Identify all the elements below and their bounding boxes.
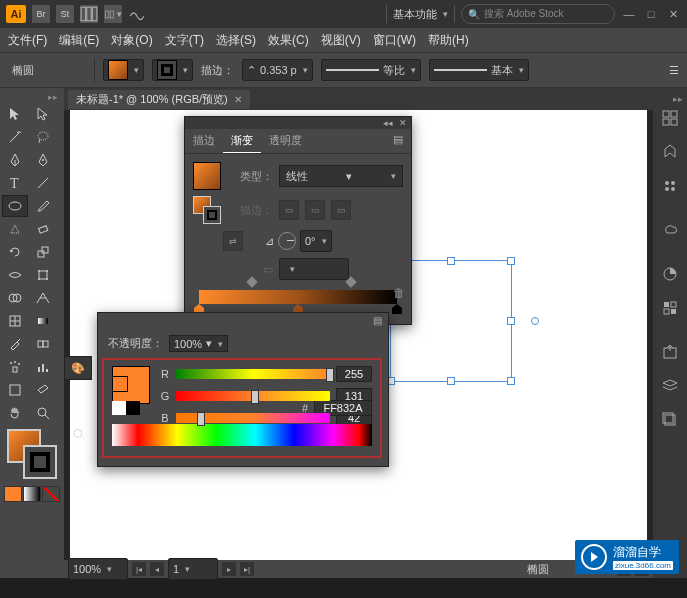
watermark-badge: 溜溜自学zixue.3d66.com	[575, 540, 679, 574]
bridge-icon[interactable]: Br	[32, 5, 50, 23]
prev-artboard-icon[interactable]: ◂	[150, 562, 164, 576]
toolbox-collapse-icon[interactable]: ▸▸	[2, 92, 62, 102]
dock-collapse-icon[interactable]: ▸▸	[673, 94, 687, 104]
search-input[interactable]: 🔍搜索 Adobe Stock	[461, 4, 615, 24]
color-panel-icon[interactable]	[656, 260, 684, 288]
menu-view[interactable]: 视图(V)	[321, 32, 361, 49]
stroke-swatch[interactable]	[152, 59, 193, 81]
menu-type[interactable]: 文字(T)	[165, 32, 204, 49]
gradient-preview-swatch[interactable]	[193, 162, 221, 190]
free-transform-tool[interactable]	[30, 264, 56, 286]
menu-file[interactable]: 文件(F)	[8, 32, 47, 49]
swatches-panel-icon[interactable]	[656, 294, 684, 322]
gradient-stop[interactable]	[392, 304, 402, 314]
slice-tool[interactable]	[30, 379, 56, 401]
shape-builder-tool[interactable]	[2, 287, 28, 309]
color-mixer-icon[interactable]: 🎨	[64, 356, 92, 380]
more-icon[interactable]: ☰	[669, 64, 679, 77]
first-artboard-icon[interactable]: |◂	[132, 562, 146, 576]
symbol-sprayer-tool[interactable]	[2, 356, 28, 378]
menu-effect[interactable]: 效果(C)	[268, 32, 309, 49]
spectrum-bar[interactable]	[112, 424, 372, 446]
close-button[interactable]: ✕	[665, 6, 681, 22]
direct-selection-tool[interactable]	[30, 103, 56, 125]
magic-wand-tool[interactable]	[2, 126, 28, 148]
line-tool[interactable]	[30, 172, 56, 194]
panel-collapse-icon[interactable]: ◂◂	[383, 118, 393, 128]
fill-swatch[interactable]	[103, 59, 144, 81]
menu-object[interactable]: 对象(O)	[111, 32, 152, 49]
maximize-button[interactable]: □	[643, 6, 659, 22]
gradient-ramp[interactable]	[199, 290, 397, 304]
vw-profile[interactable]: 等比	[321, 59, 421, 81]
color-3d-icon[interactable]: ⬡	[65, 422, 91, 444]
width-tool[interactable]	[2, 264, 28, 286]
doc-arrange-dropdown[interactable]	[104, 5, 122, 23]
reverse-gradient-icon[interactable]: ⇄	[223, 231, 243, 251]
properties-panel-icon[interactable]	[656, 104, 684, 132]
fill-stroke-swatch[interactable]	[7, 429, 57, 479]
zoom-level[interactable]: 100%	[68, 558, 128, 580]
tab-stroke[interactable]: 描边	[185, 129, 223, 153]
libraries-panel-icon[interactable]	[656, 138, 684, 166]
eraser-tool[interactable]	[30, 218, 56, 240]
gradient-tool[interactable]	[30, 310, 56, 332]
tab-gradient[interactable]: 渐变	[223, 129, 261, 153]
gradient-type-select[interactable]: 线性▾	[279, 165, 403, 187]
r-slider[interactable]	[176, 369, 330, 379]
panel-dock: ▸▸	[653, 88, 687, 578]
artboards-panel-icon[interactable]	[656, 406, 684, 434]
type-tool[interactable]: T	[2, 172, 28, 194]
menu-edit[interactable]: 编辑(E)	[59, 32, 99, 49]
workspace-switcher[interactable]: 基本功能	[386, 5, 455, 23]
angle-control[interactable]: ⊿0°	[265, 230, 332, 252]
cc-panel-icon[interactable]	[656, 216, 684, 244]
pen-tool[interactable]	[2, 149, 28, 171]
perspective-tool[interactable]	[30, 287, 56, 309]
curvature-tool[interactable]	[30, 149, 56, 171]
b-slider[interactable]	[176, 413, 330, 423]
delete-stop-icon[interactable]: 🗑	[393, 286, 405, 300]
shaper-tool[interactable]	[2, 218, 28, 240]
lasso-tool[interactable]	[30, 126, 56, 148]
panel-fill-stroke[interactable]	[193, 196, 221, 224]
rotate-tool[interactable]	[2, 241, 28, 263]
color-panel-menu-icon[interactable]: ▤	[373, 315, 382, 329]
menu-help[interactable]: 帮助(H)	[428, 32, 469, 49]
next-artboard-icon[interactable]: ▸	[222, 562, 236, 576]
artboard-nav[interactable]: 1	[168, 558, 218, 580]
selection-tool[interactable]	[2, 103, 28, 125]
layers-panel-icon[interactable]	[656, 372, 684, 400]
document-tab[interactable]: 未标题-1* @ 100% (RGB/预览)✕	[68, 90, 250, 109]
gpu-icon[interactable]	[128, 5, 146, 23]
mesh-tool[interactable]	[2, 310, 28, 332]
brushes-panel-icon[interactable]	[656, 172, 684, 200]
alt-color-swatch[interactable]	[112, 376, 128, 392]
hand-tool[interactable]	[2, 402, 28, 424]
stroke-weight[interactable]: ⌃0.353 p	[242, 59, 313, 81]
g-slider[interactable]	[176, 391, 330, 401]
export-panel-icon[interactable]	[656, 338, 684, 366]
ellipse-tool[interactable]	[2, 195, 28, 217]
graph-tool[interactable]	[30, 356, 56, 378]
eyedropper-tool[interactable]	[2, 333, 28, 355]
paintbrush-tool[interactable]	[30, 195, 56, 217]
scale-tool[interactable]	[30, 241, 56, 263]
minimize-button[interactable]: —	[621, 6, 637, 22]
brush-def[interactable]: 基本	[429, 59, 529, 81]
color-mode-buttons[interactable]	[2, 484, 62, 504]
panel-close-icon[interactable]: ✕	[399, 118, 407, 128]
panel-menu-icon[interactable]: ▤	[385, 129, 411, 153]
blend-tool[interactable]	[30, 333, 56, 355]
close-tab-icon[interactable]: ✕	[234, 94, 242, 105]
artboard-tool[interactable]	[2, 379, 28, 401]
last-artboard-icon[interactable]: ▸|	[240, 562, 254, 576]
arrange-icon[interactable]	[80, 5, 98, 23]
zoom-tool[interactable]	[30, 402, 56, 424]
tab-transparency[interactable]: 透明度	[261, 129, 310, 153]
menu-select[interactable]: 选择(S)	[216, 32, 256, 49]
bw-swatches[interactable]	[112, 401, 140, 415]
menu-window[interactable]: 窗口(W)	[373, 32, 416, 49]
opacity-select[interactable]: 100%▾	[169, 335, 228, 352]
stock-icon[interactable]: St	[56, 5, 74, 23]
